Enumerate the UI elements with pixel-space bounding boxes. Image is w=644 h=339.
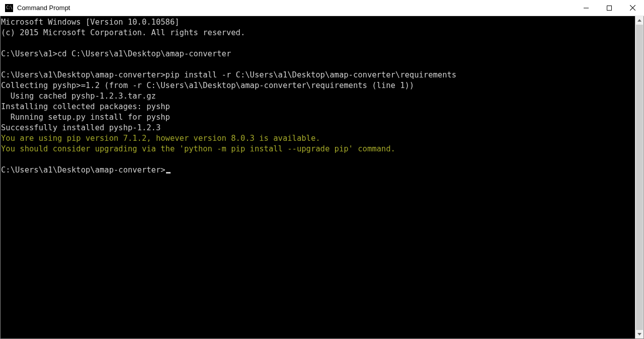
minimize-icon: [584, 6, 589, 11]
terminal-line: You are using pip version 7.1.2, however…: [1, 133, 634, 144]
terminal-line: C:\Users\a1\Desktop\amap-converter>pip i…: [1, 70, 634, 80]
terminal-line: Using cached pyshp-1.2.3.tar.gz: [1, 91, 634, 102]
terminal-line: Successfully installed pyshp-1.2.3: [1, 123, 634, 133]
terminal-line: You should consider upgrading via the 'p…: [1, 144, 634, 154]
terminal-line: Installing collected packages: pyshp: [1, 102, 634, 112]
chevron-up-icon: [637, 19, 641, 22]
maximize-button[interactable]: [598, 0, 621, 16]
terminal-prompt[interactable]: C:\Users\a1\Desktop\amap-converter>: [1, 165, 634, 176]
terminal-line: Microsoft Windows [Version 10.0.10586]: [1, 17, 634, 28]
terminal-line: Running setup.py install for pyshp: [1, 112, 634, 123]
close-button[interactable]: [621, 0, 644, 16]
terminal-line: [1, 59, 634, 70]
prompt-text: C:\Users\a1\Desktop\amap-converter>: [1, 165, 166, 175]
terminal-line: [1, 154, 634, 165]
client-area: Microsoft Windows [Version 10.0.10586](c…: [0, 16, 644, 339]
scrollbar-track[interactable]: [635, 25, 643, 330]
maximize-icon: [607, 6, 612, 11]
window-titlebar: C:\ Command Prompt: [0, 0, 644, 16]
close-icon: [630, 5, 635, 11]
cursor: [166, 172, 171, 174]
scroll-up-button[interactable]: [635, 16, 643, 25]
terminal-line: [1, 38, 634, 49]
chevron-down-icon: [637, 333, 641, 335]
scrollbar-thumb[interactable]: [636, 25, 643, 330]
minimize-button[interactable]: [575, 0, 598, 16]
terminal-line: C:\Users\a1>cd C:\Users\a1\Desktop\amap-…: [1, 49, 634, 59]
scroll-down-button[interactable]: [635, 330, 643, 338]
window-title: Command Prompt: [17, 4, 70, 12]
svg-rect-1: [607, 6, 612, 10]
vertical-scrollbar[interactable]: [635, 16, 643, 338]
window-controls: [575, 0, 644, 16]
cmd-icon: C:\: [5, 4, 13, 12]
terminal-line: Collecting pyshp>=1.2 (from -r C:\Users\…: [1, 80, 634, 91]
terminal-output[interactable]: Microsoft Windows [Version 10.0.10586](c…: [1, 16, 635, 338]
terminal-line: (c) 2015 Microsoft Corporation. All righ…: [1, 28, 634, 38]
